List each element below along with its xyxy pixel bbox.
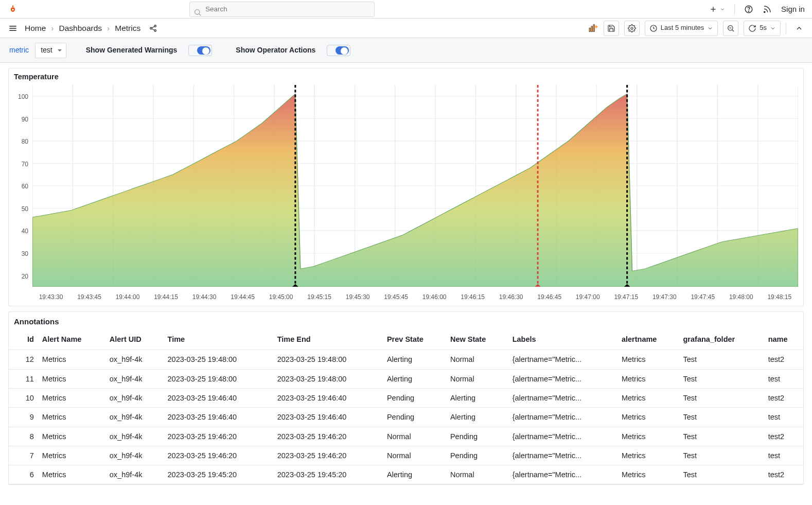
cell-time_end: 2023-03-25 19:48:00 — [273, 350, 383, 369]
x-tick-label: 19:48:00 — [722, 293, 760, 302]
cell-prev_state: Alerting — [383, 350, 446, 369]
add-menu[interactable] — [709, 5, 725, 13]
table-row[interactable]: 10Metricsox_h9f-4k2023-03-25 19:46:40202… — [9, 388, 803, 407]
add-panel-button[interactable] — [588, 24, 598, 32]
cell-name: test — [764, 446, 803, 465]
chevron-down-icon — [770, 25, 776, 31]
time-range-label: Last 5 minutes — [661, 23, 704, 32]
x-tick-label: 19:45:00 — [262, 293, 299, 302]
table-row[interactable]: 6Metricsox_h9f-4k2023-03-25 19:45:202023… — [9, 465, 803, 484]
panel-add-icon — [588, 24, 598, 32]
cell-prev_state: Normal — [383, 446, 446, 465]
kiosk-button[interactable] — [791, 21, 807, 36]
cell-labels: {alertname="Metric... — [508, 388, 617, 407]
cell-alert_uid: ox_h9f-4k — [105, 369, 164, 388]
time-range-picker[interactable]: Last 5 minutes — [645, 21, 718, 36]
refresh-picker[interactable]: 5s — [744, 21, 781, 36]
cell-time: 2023-03-25 19:45:20 — [164, 465, 273, 484]
zoom-out-button[interactable] — [723, 21, 738, 36]
save-icon — [607, 24, 615, 32]
help-icon — [744, 5, 753, 14]
x-axis-labels: 19:43:3019:43:4519:44:0019:44:1519:44:30… — [32, 293, 798, 302]
y-tick-label: 70 — [12, 160, 28, 169]
svg-point-12 — [154, 25, 156, 26]
toggle-warnings[interactable] — [188, 45, 212, 56]
x-tick-label: 19:43:45 — [71, 293, 108, 302]
topbar: Sign in — [0, 0, 812, 19]
cell-time: 2023-03-25 19:46:20 — [164, 427, 273, 446]
svg-line-14 — [152, 26, 154, 28]
column-header[interactable]: grafana_folder — [679, 329, 764, 350]
help-button[interactable] — [744, 5, 753, 14]
cell-alert_name: Metrics — [38, 427, 105, 446]
table-row[interactable]: 7Metricsox_h9f-4k2023-03-25 19:46:202023… — [9, 446, 803, 465]
svg-line-24 — [732, 30, 734, 31]
table-row[interactable]: 8Metricsox_h9f-4k2023-03-25 19:46:202023… — [9, 427, 803, 446]
chevron-down-icon — [720, 7, 725, 12]
rss-icon — [763, 5, 772, 14]
cell-alertname: Metrics — [617, 465, 679, 484]
search — [189, 2, 375, 17]
column-header[interactable]: Alert UID — [105, 329, 164, 350]
crumb-current[interactable]: Metrics — [115, 23, 140, 34]
cell-grafana_folder: Test — [679, 465, 764, 484]
chart-area[interactable]: 2030405060708090100 — [9, 85, 803, 291]
column-header[interactable]: Id — [9, 329, 38, 350]
cell-id: 10 — [9, 388, 38, 407]
news-button[interactable] — [763, 5, 772, 14]
chevron-right-icon: › — [51, 23, 54, 34]
cell-alert_uid: ox_h9f-4k — [105, 427, 164, 446]
cell-alert_uid: ox_h9f-4k — [105, 446, 164, 465]
x-tick-label: 19:44:45 — [224, 293, 261, 302]
crumb-dashboards[interactable]: Dashboards — [59, 23, 102, 34]
share-button[interactable] — [149, 24, 158, 33]
save-button[interactable] — [604, 21, 619, 36]
cell-new_state: Alerting — [446, 408, 508, 427]
cell-name: test2 — [764, 465, 803, 484]
table-row[interactable]: 9Metricsox_h9f-4k2023-03-25 19:46:402023… — [9, 408, 803, 427]
divider — [786, 23, 786, 34]
table-row[interactable]: 12Metricsox_h9f-4k2023-03-25 19:48:00202… — [9, 350, 803, 369]
grafana-logo-icon[interactable] — [7, 4, 19, 15]
settings-button[interactable] — [624, 21, 640, 36]
variable-metric-select[interactable]: test — [35, 43, 66, 58]
cell-id: 7 — [9, 446, 38, 465]
chart-svg — [32, 85, 798, 287]
temperature-panel: Temperature 2030405060708090100 19:43:30… — [8, 68, 804, 306]
column-header[interactable]: New State — [446, 329, 508, 350]
cell-labels: {alertname="Metric... — [508, 408, 617, 427]
y-tick-label: 90 — [12, 115, 28, 124]
plus-icon — [709, 5, 717, 13]
column-header[interactable]: alertname — [617, 329, 679, 350]
nav-menu-button[interactable] — [7, 23, 19, 34]
column-header[interactable]: name — [764, 329, 803, 350]
cell-time_end: 2023-03-25 19:45:20 — [273, 465, 383, 484]
table-row[interactable]: 11Metricsox_h9f-4k2023-03-25 19:48:00202… — [9, 369, 803, 388]
panel-title[interactable]: Temperature — [9, 68, 803, 85]
cell-alertname: Metrics — [617, 446, 679, 465]
y-tick-label: 60 — [12, 182, 28, 191]
svg-rect-16 — [589, 28, 590, 31]
cell-prev_state: Alerting — [383, 369, 446, 388]
share-icon — [149, 24, 158, 33]
column-header[interactable]: Prev State — [383, 329, 446, 350]
toggle-warnings-label: Show Generated Warnings — [86, 45, 178, 56]
toggle-operator[interactable] — [327, 45, 350, 56]
y-tick-label: 40 — [12, 227, 28, 236]
x-tick-label: 19:47:00 — [569, 293, 606, 302]
annotations-panel: Annotations IdAlert NameAlert UIDTimeTim… — [8, 311, 804, 485]
crumb-home[interactable]: Home — [25, 23, 46, 34]
x-tick-label: 19:44:30 — [186, 293, 223, 302]
cell-time: 2023-03-25 19:48:00 — [164, 350, 273, 369]
column-header[interactable]: Alert Name — [38, 329, 105, 350]
cell-name: test2 — [764, 427, 803, 446]
signin-link[interactable]: Sign in — [781, 4, 805, 14]
cell-time: 2023-03-25 19:46:40 — [164, 388, 273, 407]
cell-time_end: 2023-03-25 19:46:20 — [273, 427, 383, 446]
column-header[interactable]: Labels — [508, 329, 617, 350]
column-header[interactable]: Time — [164, 329, 273, 350]
hamburger-icon — [8, 23, 18, 33]
column-header[interactable]: Time End — [273, 329, 383, 350]
x-tick-label: 19:45:45 — [378, 293, 415, 302]
search-input[interactable] — [189, 2, 375, 17]
